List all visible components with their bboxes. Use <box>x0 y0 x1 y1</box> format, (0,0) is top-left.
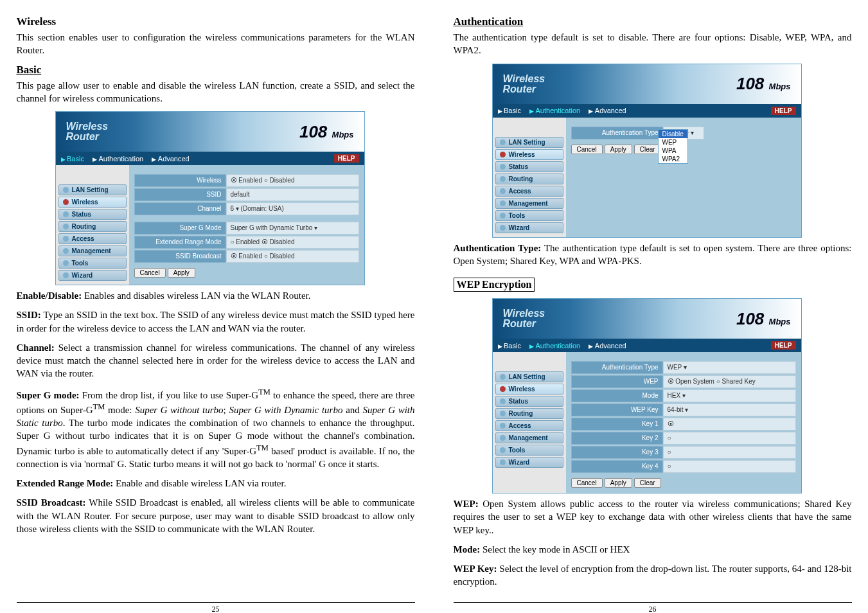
sidebar-item-lan[interactable]: LAN Setting <box>495 137 563 148</box>
sidebar-item-lan[interactable]: LAN Setting <box>495 371 563 382</box>
form-area: Authentication TypeWEP ▾ WEP⦿ Open Syste… <box>566 352 801 493</box>
brand-line1: Wireless <box>503 308 545 319</box>
field-value-key4[interactable]: ○ <box>663 460 796 473</box>
field-label-key4: Key 4 <box>571 460 663 473</box>
apply-button[interactable]: Apply <box>168 268 195 278</box>
para-wepkey: WEP Key: Select the level of encryption … <box>454 562 852 589</box>
field-value-wireless[interactable]: ⦿ Enabled ○ Disabled <box>226 174 359 187</box>
field-value-ssidbcast[interactable]: ⦿ Enabled ○ Disabled <box>226 250 359 263</box>
apply-button[interactable]: Apply <box>605 478 632 488</box>
tab-advanced[interactable]: Advanced <box>589 107 626 114</box>
sidebar-item-status[interactable]: Status <box>495 396 563 407</box>
help-button[interactable]: HELP <box>771 341 796 350</box>
sidebar: LAN Setting Wireless Status Routing Acce… <box>56 165 129 285</box>
help-button[interactable]: HELP <box>771 107 796 115</box>
field-label-wep: WEP <box>571 375 663 388</box>
para-wep: WEP: Open System allows public access to… <box>454 497 852 537</box>
dropdown-item-disable[interactable]: Disable <box>659 130 687 138</box>
clear-button[interactable]: Clear <box>634 478 661 488</box>
field-value-mode[interactable]: HEX ▾ <box>663 389 796 402</box>
authtype-dropdown[interactable]: Disable WEP WPA WPA2 <box>658 129 688 164</box>
form-area: Authentication TypeDisable ▾ Cancel Appl… <box>566 118 801 237</box>
tab-authentication[interactable]: Authentication <box>93 155 143 163</box>
sidebar-item-wizard[interactable]: Wizard <box>58 270 127 281</box>
cancel-button[interactable]: Cancel <box>571 478 603 488</box>
tabbar: Basic Authentication Advanced HELP <box>493 104 801 118</box>
field-value-channel[interactable]: 6 ▾ (Domain: USA) <box>226 202 359 215</box>
sidebar-item-wireless[interactable]: Wireless <box>495 384 563 395</box>
tab-authentication[interactable]: Authentication <box>529 107 580 114</box>
dot-icon <box>63 236 69 242</box>
para-ssidbroadcast: SSID Broadcast: While SSID Broadcast is … <box>17 496 415 535</box>
field-value-key3[interactable]: ○ <box>663 446 796 459</box>
sidebar-item-routing[interactable]: Routing <box>495 173 563 184</box>
apply-button[interactable]: Apply <box>605 145 632 154</box>
sidebar-item-access[interactable]: Access <box>495 420 563 431</box>
sidebar-item-lan[interactable]: LAN Setting <box>58 184 127 195</box>
cancel-button[interactable]: Cancel <box>571 145 603 154</box>
dropdown-item-wpa2[interactable]: WPA2 <box>659 155 687 163</box>
clear-button[interactable]: Clear <box>634 145 661 154</box>
sidebar-item-access[interactable]: Access <box>495 186 563 197</box>
tabbar: Basic Authentication Advanced HELP <box>56 152 364 165</box>
tab-authentication[interactable]: Authentication <box>529 342 580 350</box>
sidebar-item-wizard[interactable]: Wizard <box>495 222 563 233</box>
field-value-extrange[interactable]: ○ Enabled ⦿ Disabled <box>226 236 359 249</box>
cancel-button[interactable]: Cancel <box>134 268 166 278</box>
para-enable: Enable/Disable: Enables and disables wir… <box>17 289 415 302</box>
para-mode: Mode: Select the key mode in ASCII or HE… <box>454 543 852 556</box>
sidebar-item-tools[interactable]: Tools <box>58 258 127 269</box>
sidebar-item-management[interactable]: Management <box>495 198 563 209</box>
tab-advanced[interactable]: Advanced <box>152 155 189 163</box>
para-ssid: SSID: Type an SSID in the text box. The … <box>17 308 415 335</box>
tab-advanced[interactable]: Advanced <box>589 342 626 350</box>
field-label-channel: Channel <box>134 202 226 215</box>
sidebar-item-tools[interactable]: Tools <box>495 210 563 221</box>
field-value-ssid[interactable]: default <box>226 188 359 201</box>
para-extrange: Extended Range Mode: Enable and disable … <box>17 477 415 490</box>
sidebar-item-wizard[interactable]: Wizard <box>495 457 563 468</box>
tab-basic[interactable]: Basic <box>61 155 84 163</box>
field-value-wepkey[interactable]: 64-bit ▾ <box>663 404 796 416</box>
banner: Wireless Router 108 Mbps <box>493 64 801 104</box>
field-label-mode: Mode <box>571 389 663 402</box>
dot-icon <box>63 224 69 229</box>
field-value-superg[interactable]: Super G with Dynamic Turbo ▾ <box>226 222 359 235</box>
brand-line2: Router <box>66 132 109 142</box>
sidebar-item-routing[interactable]: Routing <box>495 408 563 419</box>
mbps-label: 108 Mbps <box>736 309 791 329</box>
sidebar-item-routing[interactable]: Routing <box>58 221 127 232</box>
para-superg: Super G mode: From the drop list, if you… <box>17 387 415 471</box>
heading-authentication: Authentication <box>454 15 852 28</box>
dot-icon <box>63 211 69 217</box>
help-button[interactable]: HELP <box>334 154 359 163</box>
tab-basic[interactable]: Basic <box>498 107 521 114</box>
sidebar-item-status[interactable]: Status <box>58 209 127 220</box>
field-value-key1[interactable]: ⦿ <box>663 418 796 431</box>
sidebar-item-access[interactable]: Access <box>58 233 127 244</box>
dot-icon <box>63 260 69 266</box>
para-authtype: Authentication Type: The authentication … <box>454 242 852 268</box>
dot-icon <box>500 200 506 206</box>
dot-icon <box>500 176 506 182</box>
sidebar-item-management[interactable]: Management <box>58 245 127 256</box>
form-area: Wireless⦿ Enabled ○ Disabled SSIDdefault… <box>129 165 364 285</box>
dropdown-item-wep[interactable]: WEP <box>659 138 687 147</box>
heading-basic: Basic <box>17 64 415 76</box>
field-label-authtype: Authentication Type <box>571 361 663 374</box>
field-value-wep[interactable]: ⦿ Open System ○ Shared Key <box>663 375 796 388</box>
dot-icon <box>63 187 69 193</box>
dot-icon <box>63 199 69 205</box>
sidebar-item-management[interactable]: Management <box>495 432 563 443</box>
dot-icon <box>500 139 506 145</box>
tab-basic[interactable]: Basic <box>498 342 521 350</box>
sidebar-item-status[interactable]: Status <box>495 161 563 172</box>
dropdown-item-wpa[interactable]: WPA <box>659 147 687 155</box>
sidebar-item-wireless[interactable]: Wireless <box>495 149 563 160</box>
sidebar-item-wireless[interactable]: Wireless <box>58 197 127 208</box>
para-wireless-intro: This section enables user to configurati… <box>17 31 415 57</box>
field-value-authtype[interactable]: WEP ▾ <box>663 361 796 374</box>
field-value-key2[interactable]: ○ <box>663 432 796 445</box>
heading-wireless: Wireless <box>17 15 415 28</box>
sidebar-item-tools[interactable]: Tools <box>495 445 563 456</box>
